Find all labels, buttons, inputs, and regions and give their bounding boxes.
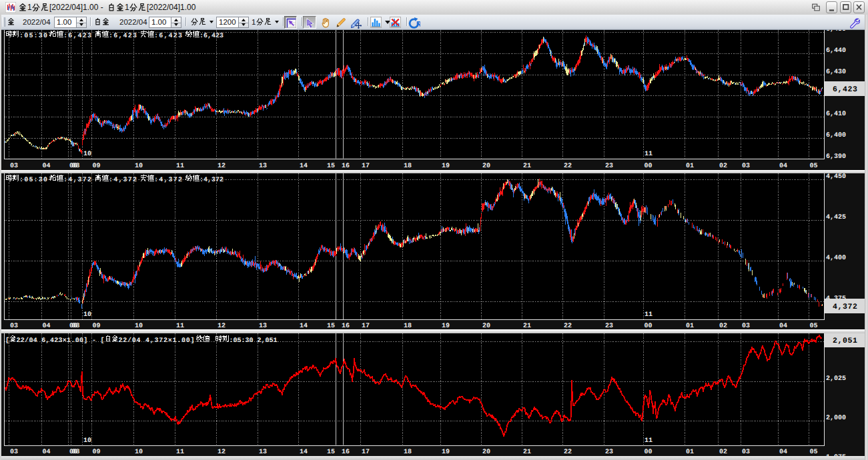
svg-text::6,423: :6,423 — [109, 33, 137, 40]
svg-text:22: 22 — [564, 449, 572, 456]
svg-text:16: 16 — [342, 163, 350, 170]
svg-text:11: 11 — [176, 449, 184, 456]
svg-text:14: 14 — [300, 163, 308, 170]
svg-text:4,450: 4,450 — [826, 173, 846, 181]
svg-text:02: 02 — [719, 449, 727, 456]
svg-text:15: 15 — [327, 163, 335, 170]
svg-text:6,390: 6,390 — [826, 153, 846, 161]
svg-text:00: 00 — [644, 449, 653, 456]
svg-text:6,400: 6,400 — [826, 132, 846, 139]
svg-text:09: 09 — [93, 163, 101, 170]
svg-text::6,423: :6,423 — [199, 33, 224, 40]
svg-text:10: 10 — [83, 151, 91, 158]
svg-text:11: 11 — [644, 311, 653, 319]
svg-text:10: 10 — [135, 449, 143, 456]
svg-text::05:30: :05:30 — [19, 177, 47, 184]
svg-text:4,425: 4,425 — [826, 214, 846, 221]
svg-text:04: 04 — [779, 449, 787, 456]
svg-text:03: 03 — [10, 163, 18, 170]
svg-text:23: 23 — [605, 449, 613, 456]
svg-text:04: 04 — [779, 163, 787, 170]
svg-text:2,000: 2,000 — [826, 415, 846, 422]
svg-text::4,372: :4,372 — [199, 177, 224, 184]
svg-text:2,025: 2,025 — [826, 375, 846, 383]
svg-text:22/04 4,372×1.00]: 22/04 4,372×1.00] — [119, 337, 195, 345]
svg-text:20: 20 — [482, 163, 490, 170]
svg-text:03: 03 — [742, 163, 750, 170]
svg-text:6,410: 6,410 — [826, 111, 846, 118]
svg-text::4,372: :4,372 — [63, 177, 91, 184]
svg-text:[: [ — [5, 337, 9, 345]
svg-text:03: 03 — [742, 449, 750, 456]
svg-text:01: 01 — [686, 163, 694, 170]
svg-text:6,440: 6,440 — [826, 47, 846, 55]
svg-text:13: 13 — [259, 163, 267, 170]
svg-text:04: 04 — [43, 449, 51, 456]
svg-text:05: 05 — [810, 163, 818, 170]
svg-text:4,372: 4,372 — [833, 303, 858, 311]
svg-text:03: 03 — [10, 449, 18, 456]
svg-text::6,423: :6,423 — [63, 33, 91, 40]
svg-text:23: 23 — [605, 163, 613, 170]
svg-text:00: 00 — [644, 163, 653, 170]
svg-text:22: 22 — [564, 163, 572, 170]
svg-text:18: 18 — [404, 449, 412, 456]
svg-text:13: 13 — [259, 449, 267, 456]
svg-text:12: 12 — [218, 163, 226, 170]
svg-text:R: R — [416, 21, 420, 28]
svg-text:05: 05 — [810, 449, 818, 456]
svg-text:08: 08 — [72, 163, 80, 170]
svg-text:10: 10 — [135, 163, 143, 170]
svg-text::4,372: :4,372 — [154, 177, 182, 184]
svg-text:02: 02 — [719, 163, 727, 170]
svg-text:6,430: 6,430 — [826, 69, 846, 76]
svg-text:10: 10 — [83, 437, 91, 445]
svg-text:4,400: 4,400 — [826, 255, 846, 262]
svg-text:2,051: 2,051 — [833, 337, 858, 345]
svg-text:21: 21 — [523, 449, 531, 456]
svg-text::4,372: :4,372 — [109, 177, 137, 184]
svg-text:6,423: 6,423 — [833, 85, 858, 94]
svg-text:08: 08 — [72, 449, 80, 456]
svg-text::05:30: :05:30 — [19, 33, 47, 40]
svg-text:19: 19 — [442, 449, 450, 456]
svg-text:10: 10 — [83, 311, 91, 319]
svg-text:04: 04 — [43, 163, 51, 170]
svg-text:17: 17 — [362, 163, 370, 170]
svg-text:21: 21 — [523, 163, 531, 170]
svg-text:18: 18 — [404, 163, 412, 170]
svg-text::05:30 2,051: :05:30 2,051 — [230, 337, 278, 345]
svg-text:20: 20 — [482, 449, 490, 456]
svg-text:16: 16 — [342, 449, 350, 456]
svg-text:11: 11 — [644, 151, 653, 158]
svg-text:09: 09 — [93, 449, 101, 456]
svg-text::6,423: :6,423 — [154, 33, 182, 40]
svg-text:11: 11 — [644, 437, 653, 445]
svg-text:01: 01 — [686, 449, 694, 456]
svg-text:11: 11 — [176, 163, 184, 170]
svg-text:15: 15 — [327, 449, 335, 456]
svg-text:17: 17 — [362, 449, 370, 456]
svg-text:14: 14 — [300, 449, 308, 456]
svg-text:12: 12 — [218, 449, 226, 456]
svg-text:19: 19 — [442, 163, 450, 170]
svg-text:22/04 6,423×1.00] - [: 22/04 6,423×1.00] - [ — [17, 337, 105, 345]
